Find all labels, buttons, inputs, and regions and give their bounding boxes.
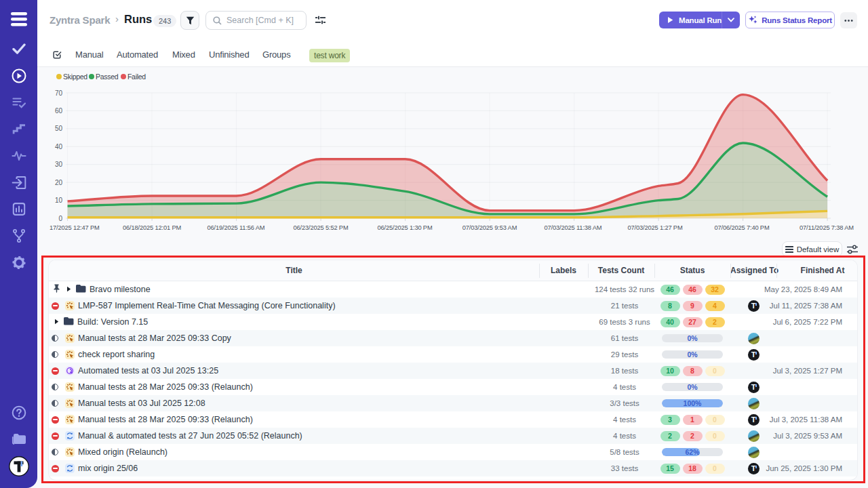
- svg-text:50: 50: [55, 125, 63, 132]
- svg-text:06/18/2025 12:01 PM: 06/18/2025 12:01 PM: [123, 224, 181, 231]
- svg-text:07/03/2025 11:38 AM: 07/03/2025 11:38 AM: [545, 224, 602, 231]
- svg-text:20: 20: [55, 179, 63, 186]
- svg-text:06/23/2025 5:52 PM: 06/23/2025 5:52 PM: [293, 224, 348, 231]
- svg-text:07/03/2025 1:27 PM: 07/03/2025 1:27 PM: [627, 224, 682, 231]
- svg-text:40: 40: [55, 143, 63, 150]
- svg-text:60: 60: [55, 107, 63, 115]
- svg-text:17/2025 12:47 PM: 17/2025 12:47 PM: [50, 224, 100, 231]
- svg-text:70: 70: [55, 89, 63, 97]
- svg-text:07/11/2025 7:38 AM: 07/11/2025 7:38 AM: [800, 224, 854, 231]
- svg-text:06/25/2025 1:30 PM: 06/25/2025 1:30 PM: [377, 224, 432, 231]
- svg-text:06/19/2025 11:56 AM: 06/19/2025 11:56 AM: [208, 224, 265, 231]
- svg-text:10: 10: [55, 197, 63, 204]
- svg-text:07/03/2025 9:53 AM: 07/03/2025 9:53 AM: [462, 224, 517, 231]
- svg-text:30: 30: [55, 161, 63, 168]
- svg-text:0: 0: [58, 215, 62, 222]
- svg-text:07/06/2025 7:40 PM: 07/06/2025 7:40 PM: [714, 224, 769, 231]
